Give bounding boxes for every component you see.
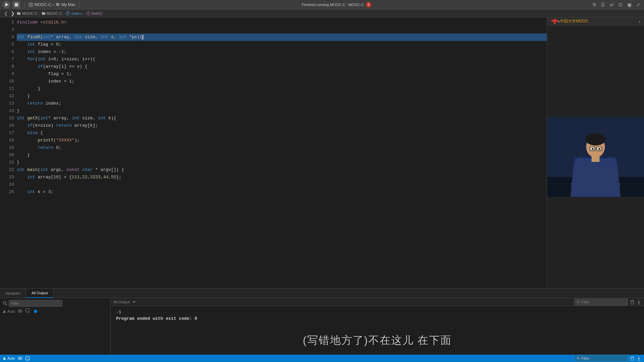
status-bar-right: Filter (574, 355, 641, 362)
svg-marker-29 (3, 310, 6, 313)
stop-button[interactable] (13, 1, 20, 8)
bottom-left-status: Auto i (1, 307, 109, 315)
info-icon: i (25, 308, 30, 314)
expand-icon[interactable]: ⤢ (635, 2, 641, 7)
main-area: 2 3 4 5 6 7 8 9 10 11 12 13 14 15 16 17 … (0, 17, 644, 288)
breadcrumb-func[interactable]: findX() (92, 11, 102, 15)
code-line: int array[10] = {111,22,3333,44,55}; (17, 174, 547, 181)
destination-sep: › (53, 2, 54, 7)
destination-icon (55, 2, 60, 7)
code-lines: #include <stdlib.h> int findX(int* array… (17, 17, 547, 288)
eye-status-icon (18, 357, 22, 360)
filter-input-left[interactable]: Filter (9, 300, 62, 307)
code-line (17, 26, 547, 34)
info-status-icon: i (25, 356, 30, 361)
video-panel: 中国大学MOOC ‹ (547, 17, 644, 288)
output-result: -1 (116, 309, 639, 316)
code-line: int index = -1; (17, 48, 547, 56)
stop-icon (15, 3, 18, 6)
video-header: 中国大学MOOC ‹ (547, 17, 644, 25)
svg-point-22 (592, 148, 594, 150)
eye-status[interactable] (18, 357, 22, 360)
code-line: index = i; (17, 78, 547, 85)
filter-input-right[interactable]: Filter (574, 299, 628, 305)
svg-point-27 (3, 302, 6, 304)
code-line: for(int i=0; i<size; i++){ (17, 56, 547, 63)
code-line-highlighted: int findX(int* array, int size, int x, i… (17, 34, 547, 41)
auto-status[interactable]: Auto (3, 356, 15, 360)
scheme-label: MOOC-C (35, 2, 51, 7)
video-chevron-left[interactable]: ‹ (638, 19, 641, 24)
code-line: } (17, 159, 547, 166)
output-toolbar: All Output Filter (111, 298, 644, 306)
breadcrumb-file[interactable]: main.c (71, 11, 82, 15)
code-line: int getX(int* array, int size, int k){ (17, 115, 547, 122)
output-chevron-icon (132, 300, 136, 304)
scheme-icon: C (29, 2, 33, 7)
auto-label: Auto (3, 309, 15, 313)
bottom-left-footer: Filter (1, 299, 109, 307)
all-output-label: All Output (113, 300, 129, 304)
run-icon (5, 3, 8, 6)
subtitle-text: (写错地方了)不在这儿 在下面 (303, 333, 452, 348)
svg-rect-3 (57, 6, 58, 6)
toolbar: C MOOC-C › My Mac Finished running MOOC-… (0, 0, 644, 9)
download-icon[interactable] (637, 300, 641, 304)
svg-point-23 (598, 148, 600, 150)
code-line: #include <stdlib.h> (17, 19, 547, 26)
svg-text:f: f (88, 12, 89, 15)
status-text: Finished running MOOC-C : MOOC-C (302, 3, 364, 7)
filter-status-icon (577, 357, 580, 360)
trash-icon[interactable] (630, 300, 635, 304)
triangle-icon (3, 310, 6, 313)
breadcrumb-root[interactable]: MOOC-C (22, 11, 38, 15)
university-icon (550, 17, 560, 25)
panel2-icon[interactable]: ▣ (626, 2, 633, 7)
status-dot (34, 310, 37, 313)
svg-point-44 (19, 358, 21, 359)
nav-arrows: ❮ ❯ (3, 11, 15, 16)
code-line: int k = 3; (17, 188, 547, 196)
nav-next[interactable]: ❯ (10, 11, 15, 16)
trash-status-icon[interactable] (630, 356, 635, 361)
output-toolbar-right: Filter (574, 299, 641, 305)
svg-marker-9 (550, 19, 559, 23)
run-button[interactable] (3, 1, 10, 8)
split-editor-icon[interactable]: ⧉ (592, 2, 597, 7)
tab-all-output[interactable]: All Output (26, 289, 53, 298)
code-line: else { (17, 129, 547, 137)
folder2-icon (42, 11, 46, 15)
layout-icon[interactable]: ☰ (600, 2, 606, 7)
svg-point-35 (577, 301, 579, 303)
breadcrumb: ❮ ❯ MOOC-C › MOOC-C › main.c › f findX() (0, 9, 644, 17)
status-bar: Auto i Filter (0, 355, 644, 362)
toolbar-right: ⧉ ☰ ⇄ ⊡ ▣ ⤢ (592, 2, 641, 7)
code-line: } (17, 107, 547, 115)
svg-rect-37 (631, 301, 634, 304)
view-toggle-icon[interactable]: ⇄ (609, 2, 615, 7)
svg-point-47 (577, 357, 579, 359)
code-line: } (17, 93, 547, 100)
scheme-selector[interactable]: C MOOC-C › My Mac (29, 2, 75, 7)
code-line (17, 181, 547, 188)
bottom-tabs: Variables All Output (0, 289, 644, 298)
download-status-icon[interactable] (637, 356, 641, 361)
breadcrumb-folder[interactable]: MOOC-C (47, 11, 62, 15)
tab-variables[interactable]: Variables (0, 289, 26, 298)
svg-marker-34 (133, 301, 136, 303)
status-triangle-icon (3, 357, 6, 360)
code-editor[interactable]: 2 3 4 5 6 7 8 9 10 11 12 13 14 15 16 17 … (0, 17, 547, 288)
filter-right-status[interactable]: Filter (574, 355, 628, 362)
svg-line-36 (579, 302, 580, 303)
file-icon (66, 11, 70, 15)
status-area: Finished running MOOC-C : MOOC-C 1 (302, 2, 371, 7)
func-icon: f (86, 11, 90, 15)
video-thumbnail (547, 25, 644, 288)
destination-label: My Mac (61, 2, 75, 7)
error-badge: 1 (366, 2, 371, 7)
code-line: return 0; (17, 144, 547, 152)
info-status[interactable]: i (25, 356, 30, 361)
panel-icon[interactable]: ⊡ (618, 2, 624, 7)
code-content: 2 3 4 5 6 7 8 9 10 11 12 13 14 15 16 17 … (0, 17, 547, 288)
nav-prev[interactable]: ❮ (3, 11, 9, 16)
